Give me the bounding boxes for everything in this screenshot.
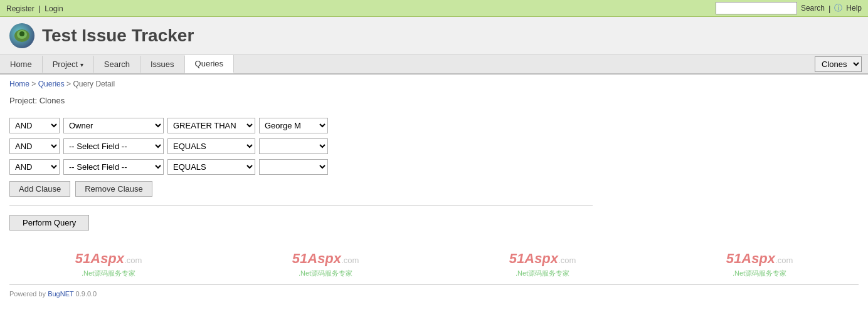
breadcrumb: Home > Queries > Query Detail: [0, 75, 868, 93]
nav-home[interactable]: Home: [0, 56, 43, 73]
footer: Powered by BugNET 0.9.0.0: [0, 285, 868, 303]
breadcrumb-home[interactable]: Home: [9, 80, 29, 88]
query-form: AND OR -- Select Field -- Owner Status P…: [0, 112, 602, 237]
watermark-3-brand: 51Aspx.com: [509, 249, 576, 269]
page-title: Test Issue Tracker: [42, 26, 194, 46]
clause-row-2: AND OR -- Select Field -- Owner Status P…: [9, 138, 593, 154]
breadcrumb-current: Query Detail: [73, 80, 115, 88]
svg-point-2: [19, 31, 24, 36]
top-bar: Register | Login Search | ⓘ Help: [0, 0, 868, 17]
separator: |: [38, 4, 40, 13]
footer-version: 0.9.0.0: [76, 290, 97, 298]
nav-issues[interactable]: Issues: [140, 56, 185, 73]
nav-queries[interactable]: Queries: [185, 55, 235, 73]
clause-buttons: Add Clause Remove Clause: [9, 181, 593, 197]
nav-project-selector: Clones: [815, 56, 868, 72]
clause-3-operator[interactable]: EQUALS NOT EQUALS GREATER THAN LESS THAN…: [167, 159, 255, 175]
breadcrumb-queries[interactable]: Queries: [38, 80, 65, 88]
login-link[interactable]: Login: [45, 4, 63, 13]
watermark-3-tagline: .Net源码服务专家: [509, 269, 576, 278]
top-bar-auth-links: Register | Login: [6, 4, 63, 13]
project-name: Clones: [40, 96, 65, 105]
watermark-3: 51Aspx.com .Net源码服务专家: [509, 249, 576, 278]
watermark-2: 51Aspx.com .Net源码服务专家: [292, 249, 359, 278]
clause-row-1: AND OR -- Select Field -- Owner Status P…: [9, 118, 593, 133]
clause-3-value[interactable]: [259, 159, 328, 175]
top-bar-search: Search | ⓘ Help: [716, 2, 862, 14]
watermark-1-brand: 51Aspx.com: [75, 249, 142, 269]
footer-powered-by: Powered by: [9, 290, 46, 298]
help-link[interactable]: Help: [846, 4, 862, 13]
project-dropdown[interactable]: Clones: [815, 56, 862, 72]
clause-2-operator[interactable]: EQUALS NOT EQUALS GREATER THAN LESS THAN…: [167, 138, 255, 154]
project-info: Project: Clones: [0, 93, 868, 112]
nav-search[interactable]: Search: [94, 56, 140, 73]
clause-1-field[interactable]: -- Select Field -- Owner Status Priority…: [63, 118, 164, 133]
logo-icon: [9, 23, 34, 48]
watermark-2-tagline: .Net源码服务专家: [292, 269, 359, 278]
add-clause-button[interactable]: Add Clause: [9, 181, 70, 197]
nav-project-arrow: ▾: [80, 61, 83, 68]
clause-3-field[interactable]: -- Select Field -- Owner Status Priority…: [63, 159, 164, 175]
help-icon: ⓘ: [834, 3, 842, 14]
watermark-4-tagline: .Net源码服务专家: [726, 269, 793, 278]
perform-query-button[interactable]: Perform Query: [9, 215, 89, 231]
clause-2-field[interactable]: -- Select Field -- Owner Status Priority…: [63, 138, 164, 154]
clause-1-operator[interactable]: EQUALS NOT EQUALS GREATER THAN LESS THAN…: [167, 118, 255, 133]
clause-2-value[interactable]: [259, 138, 328, 154]
header: Test Issue Tracker: [0, 17, 868, 55]
clause-3-connector[interactable]: AND OR: [9, 159, 60, 175]
register-link[interactable]: Register: [6, 4, 34, 13]
clause-2-connector[interactable]: AND OR: [9, 138, 60, 154]
nav-bar: Home Project ▾ Search Issues Queries Clo…: [0, 55, 868, 75]
project-label: Project:: [9, 96, 37, 105]
search-link[interactable]: Search: [801, 4, 825, 13]
watermark-4: 51Aspx.com .Net源码服务专家: [726, 249, 793, 278]
search-separator: |: [828, 4, 830, 13]
watermark-1-tagline: .Net源码服务专家: [75, 269, 142, 278]
footer-app-link[interactable]: BugNET: [48, 290, 73, 298]
watermark-2-brand: 51Aspx.com: [292, 249, 359, 269]
nav-project[interactable]: Project ▾: [43, 56, 94, 73]
clause-1-connector[interactable]: AND OR: [9, 118, 60, 133]
watermark-band: 51Aspx.com .Net源码服务专家 51Aspx.com .Net源码服…: [0, 237, 868, 284]
breadcrumb-sep2: >: [66, 80, 73, 88]
clause-row-3: AND OR -- Select Field -- Owner Status P…: [9, 159, 593, 175]
search-input[interactable]: [716, 2, 797, 14]
nav-project-label: Project: [53, 60, 78, 69]
watermark-1: 51Aspx.com .Net源码服务专家: [75, 249, 142, 278]
perform-query-row: Perform Query: [9, 205, 593, 231]
breadcrumb-sep1: >: [31, 80, 38, 88]
watermark-4-brand: 51Aspx.com: [726, 249, 793, 269]
clause-1-value[interactable]: George M Admin User1: [259, 118, 328, 133]
remove-clause-button[interactable]: Remove Clause: [75, 181, 152, 197]
